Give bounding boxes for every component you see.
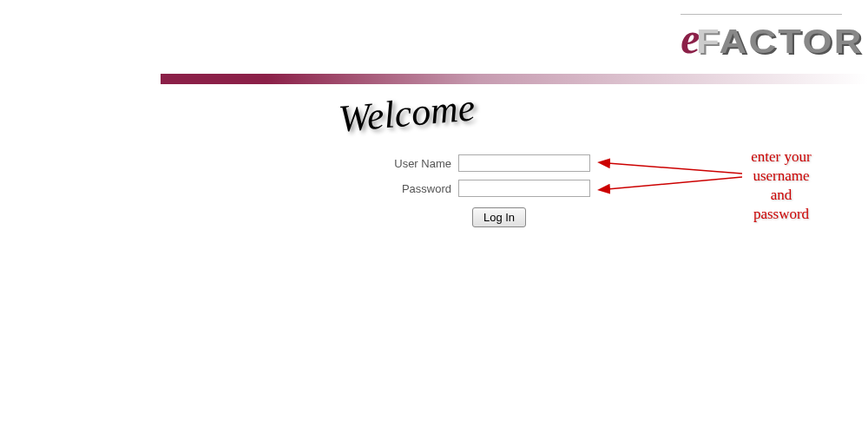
annotation-text: enter your username and password: [738, 148, 825, 224]
annotation-arrows: [595, 148, 751, 212]
header-gradient-bar: [161, 74, 868, 84]
efactor-logo: e FACTOR: [681, 14, 842, 60]
annotation-line-1: enter your: [738, 148, 825, 167]
logo-container: e FACTOR: [681, 14, 842, 60]
login-form: User Name Password Log In: [382, 154, 590, 227]
welcome-heading: Welcome: [337, 85, 477, 141]
annotation-line-2: username: [738, 167, 825, 186]
password-input[interactable]: [458, 180, 590, 197]
arrow-to-username: [608, 163, 742, 174]
arrow-svg: [595, 148, 751, 208]
logo-factor-text: FACTOR: [696, 25, 864, 58]
username-label: User Name: [382, 157, 451, 170]
username-input[interactable]: [458, 154, 590, 172]
annotation-line-3: and: [738, 186, 825, 205]
login-button-row: Log In: [408, 207, 590, 227]
password-label: Password: [382, 182, 451, 195]
password-row: Password: [382, 180, 590, 197]
annotation-line-4: password: [738, 205, 825, 224]
arrow-to-password: [608, 177, 742, 189]
username-row: User Name: [382, 154, 590, 172]
login-button[interactable]: Log In: [472, 207, 526, 227]
